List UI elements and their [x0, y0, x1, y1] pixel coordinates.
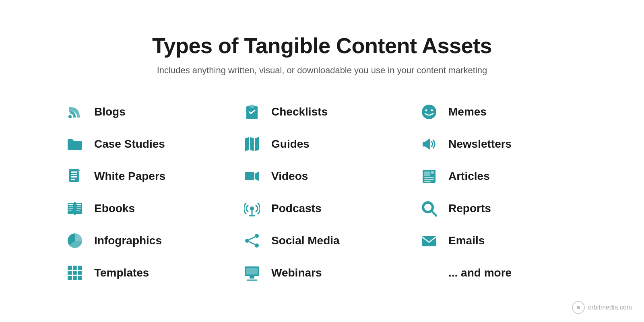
- list-item: Ebooks: [64, 192, 225, 225]
- checklists-icon: [242, 101, 262, 122]
- videos-label: Videos: [271, 170, 308, 183]
- guides-label: Guides: [271, 138, 310, 151]
- svg-point-35: [245, 239, 249, 243]
- svg-rect-3: [71, 174, 77, 175]
- webinars-icon: [242, 262, 262, 283]
- list-item: Emails: [419, 225, 580, 257]
- main-container: Types of Tangible Content Assets Include…: [40, 17, 604, 305]
- guides-icon: [242, 134, 262, 155]
- svg-rect-51: [424, 177, 434, 178]
- svg-line-37: [249, 237, 255, 240]
- svg-rect-2: [71, 171, 77, 173]
- svg-point-36: [255, 244, 259, 248]
- checklists-label: Checklists: [271, 105, 328, 118]
- list-item: Blogs: [64, 96, 225, 128]
- ebooks-label: Ebooks: [94, 202, 135, 215]
- videos-icon: [242, 166, 262, 187]
- memes-icon: [419, 101, 440, 122]
- list-item: Newsletters: [419, 128, 580, 160]
- podcasts-label: Podcasts: [271, 202, 322, 215]
- svg-point-0: [68, 115, 72, 118]
- svg-rect-58: [422, 236, 436, 246]
- ebooks-icon: [64, 198, 85, 219]
- svg-rect-10: [68, 208, 73, 209]
- branding: orbitmedia.com: [572, 301, 632, 314]
- svg-rect-25: [250, 105, 254, 108]
- svg-line-38: [249, 242, 255, 245]
- list-item: Webinars: [242, 257, 402, 289]
- list-item: Checklists: [242, 96, 402, 128]
- list-item: Reports: [419, 192, 580, 225]
- podcasts-icon: [242, 198, 262, 219]
- svg-rect-16: [74, 202, 76, 215]
- svg-marker-26: [245, 137, 259, 151]
- newsletters-label: Newsletters: [448, 138, 512, 151]
- svg-point-45: [431, 109, 433, 111]
- list-item: Articles: [419, 160, 580, 192]
- and-more-label: ... and more: [448, 266, 512, 279]
- svg-rect-5: [71, 179, 75, 180]
- svg-point-44: [425, 109, 427, 111]
- svg-marker-30: [255, 171, 259, 181]
- page-subtitle: Includes anything written, visual, or do…: [64, 65, 580, 76]
- white-papers-icon: [64, 166, 85, 187]
- svg-rect-29: [245, 172, 254, 180]
- svg-rect-42: [246, 268, 258, 275]
- list-item: Infographics: [64, 225, 225, 257]
- list-item: Social Media: [242, 225, 402, 257]
- social-media-icon: [242, 230, 262, 251]
- svg-rect-4: [71, 176, 77, 178]
- newsletters-icon: [419, 134, 440, 155]
- svg-rect-12: [76, 204, 81, 205]
- memes-label: Memes: [448, 105, 487, 118]
- and-more-icon: [419, 262, 440, 283]
- case-studies-icon: [64, 134, 85, 155]
- svg-rect-1: [69, 169, 79, 182]
- column-3: Memes Newsletters: [419, 96, 580, 289]
- svg-rect-18: [68, 266, 82, 280]
- list-item: White Papers: [64, 160, 225, 192]
- branding-text: orbitmedia.com: [588, 304, 632, 311]
- svg-point-34: [255, 234, 259, 238]
- templates-label: Templates: [94, 266, 149, 279]
- svg-rect-50: [431, 173, 434, 174]
- list-item: Guides: [242, 128, 402, 160]
- svg-rect-40: [250, 276, 254, 279]
- list-item: ... and more: [419, 257, 580, 289]
- svg-rect-8: [68, 204, 73, 205]
- blogs-icon: [64, 101, 85, 122]
- svg-rect-46: [423, 142, 425, 147]
- svg-rect-52: [424, 179, 434, 180]
- svg-rect-49: [431, 171, 434, 173]
- svg-point-56: [424, 204, 431, 211]
- list-item: Videos: [242, 160, 402, 192]
- emails-label: Emails: [448, 234, 485, 247]
- column-1: Blogs Case Studies: [64, 96, 225, 289]
- svg-rect-11: [68, 211, 72, 211]
- svg-rect-9: [68, 206, 73, 207]
- list-item: Templates: [64, 257, 225, 289]
- content-grid: Blogs Case Studies: [64, 96, 580, 289]
- svg-rect-13: [76, 206, 81, 207]
- case-studies-label: Case Studies: [94, 138, 165, 151]
- svg-point-43: [422, 105, 436, 119]
- svg-line-57: [432, 211, 436, 216]
- blogs-label: Blogs: [94, 105, 126, 118]
- svg-rect-53: [424, 181, 431, 182]
- articles-icon: [419, 166, 440, 187]
- reports-label: Reports: [448, 202, 491, 215]
- white-papers-label: White Papers: [94, 170, 165, 183]
- svg-rect-14: [76, 208, 81, 209]
- list-item: Case Studies: [64, 128, 225, 160]
- infographics-label: Infographics: [94, 234, 162, 247]
- infographics-icon: [64, 230, 85, 251]
- list-item: Podcasts: [242, 192, 402, 225]
- svg-rect-48: [424, 171, 430, 176]
- templates-icon: [64, 262, 85, 283]
- articles-label: Articles: [448, 170, 490, 183]
- svg-rect-15: [76, 211, 80, 211]
- social-media-label: Social Media: [271, 234, 340, 247]
- list-item: Memes: [419, 96, 580, 128]
- page-title: Types of Tangible Content Assets: [64, 33, 580, 58]
- webinars-label: Webinars: [271, 266, 322, 279]
